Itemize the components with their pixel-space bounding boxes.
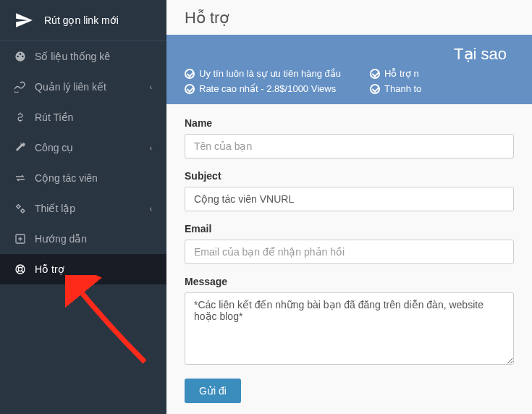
- sidebar-item-support[interactable]: Hỗ trợ: [0, 254, 166, 284]
- check-circle-icon: [370, 69, 380, 79]
- name-label: Name: [185, 117, 514, 129]
- sidebar-item-manage-links[interactable]: Quản lý liên kết ‹: [0, 72, 166, 102]
- banner-item: Hỗ trợ n: [370, 68, 421, 79]
- sidebar-item-label: Hỗ trợ: [35, 263, 64, 275]
- banner-title: Tại sao: [185, 45, 514, 64]
- banner-item: Uy tín luôn là sự ưu tiên hàng đầu: [185, 68, 341, 79]
- check-circle-icon: [370, 84, 380, 94]
- submit-button[interactable]: Gửi đi: [185, 379, 241, 403]
- subject-input[interactable]: [185, 187, 514, 211]
- message-textarea[interactable]: *Các liên kết đến những bài bạn đã đăng …: [185, 292, 514, 365]
- svg-point-4: [18, 267, 22, 271]
- support-form: Name Subject Email Message *Các liên kết…: [166, 117, 532, 403]
- link-icon: [14, 81, 26, 93]
- message-label: Message: [185, 276, 514, 287]
- promo-banner: Tại sao Uy tín luôn là sự ưu tiên hàng đ…: [166, 35, 532, 104]
- svg-point-0: [17, 205, 20, 208]
- banner-text: Hỗ trợ n: [384, 68, 419, 79]
- plus-square-icon: [14, 233, 26, 245]
- banner-col-1: Uy tín luôn là sự ưu tiên hàng đầu Rate …: [185, 68, 341, 94]
- brand-text: Rút gọn link mới: [44, 14, 119, 26]
- sidebar-item-settings[interactable]: Thiết lập ‹: [0, 193, 166, 224]
- sidebar-item-label: Hướng dẫn: [35, 233, 87, 245]
- nav-menu: Số liệu thống kê Quản lý liên kết ‹ Rút …: [0, 41, 166, 284]
- sidebar-item-label: Cộng tác viên: [35, 172, 98, 184]
- exchange-icon: [14, 172, 26, 184]
- banner-item: Rate cao nhất - 2.8$/1000 Views: [185, 83, 341, 94]
- sidebar-item-affiliates[interactable]: Cộng tác viên: [0, 163, 166, 193]
- chevron-left-icon: ‹: [150, 144, 152, 152]
- banner-text: Uy tín luôn là sự ưu tiên hàng đầu: [199, 68, 341, 79]
- svg-point-1: [21, 209, 24, 212]
- sidebar-item-label: Thiết lập: [35, 203, 75, 214]
- sidebar: Rút gọn link mới Số liệu thống kê Quản l…: [0, 0, 166, 414]
- sidebar-item-label: Quản lý liên kết: [35, 81, 106, 93]
- email-input[interactable]: [185, 240, 514, 264]
- wrench-icon: [14, 142, 26, 153]
- check-circle-icon: [185, 69, 195, 79]
- banner-item: Thanh to: [370, 83, 421, 94]
- banner-text: Rate cao nhất - 2.8$/1000 Views: [199, 83, 336, 94]
- banner-col-2: Hỗ trợ n Thanh to: [370, 68, 421, 94]
- subject-label: Subject: [185, 170, 514, 182]
- sidebar-item-tools[interactable]: Công cụ ‹: [0, 132, 166, 163]
- paper-plane-icon: [14, 11, 33, 30]
- dollar-icon: [14, 111, 26, 123]
- chevron-left-icon: ‹: [150, 205, 152, 213]
- name-input[interactable]: [185, 134, 514, 159]
- sidebar-item-guide[interactable]: Hướng dẫn: [0, 224, 166, 254]
- banner-text: Thanh to: [384, 83, 421, 94]
- page-title: Hỗ trợ: [166, 0, 532, 35]
- email-label: Email: [185, 223, 514, 235]
- sidebar-item-stats[interactable]: Số liệu thống kê: [0, 41, 166, 72]
- chevron-left-icon: ‹: [150, 83, 152, 91]
- gears-icon: [14, 203, 26, 214]
- sidebar-item-withdraw[interactable]: Rút Tiền: [0, 102, 166, 132]
- sidebar-item-label: Số liệu thống kê: [35, 51, 110, 62]
- life-ring-icon: [14, 263, 26, 275]
- check-circle-icon: [185, 84, 195, 94]
- main-content: Hỗ trợ Tại sao Uy tín luôn là sự ưu tiên…: [166, 0, 532, 414]
- sidebar-item-label: Công cụ: [35, 142, 73, 153]
- brand[interactable]: Rút gọn link mới: [0, 0, 166, 41]
- dashboard-icon: [14, 51, 26, 62]
- banner-row: Uy tín luôn là sự ưu tiên hàng đầu Rate …: [185, 68, 514, 94]
- sidebar-item-label: Rút Tiền: [35, 111, 73, 123]
